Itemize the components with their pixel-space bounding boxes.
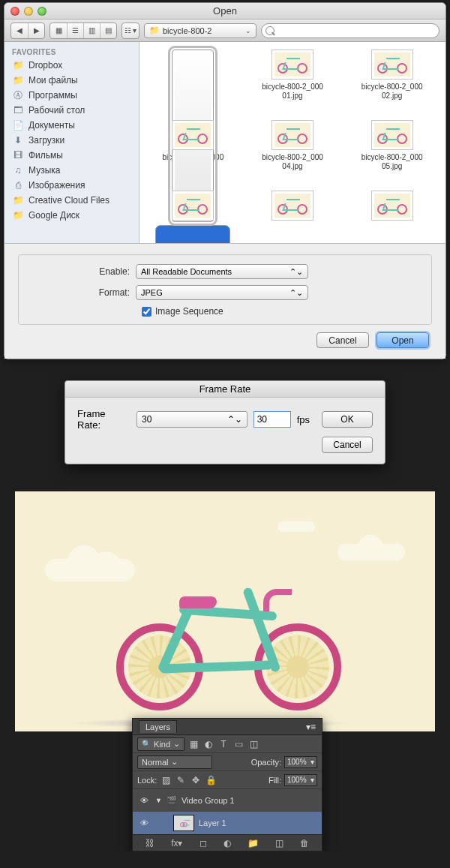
frame-rate-input[interactable] [254, 411, 291, 428]
arrange-button[interactable]: ☷ ▾ [122, 23, 139, 38]
layer-row[interactable]: 👁 Layer 1 [133, 812, 322, 834]
folder-icon: 📁 [149, 26, 160, 35]
filter-adjust-icon[interactable]: ◐ [202, 738, 214, 750]
icon-view-button[interactable]: ▦ [50, 23, 67, 38]
file-grid[interactable]: bicycle-800-2_00000.jpg bicycle-800-2_00… [140, 42, 446, 243]
column-view-button[interactable]: ▥ [83, 23, 100, 38]
adjustment-icon[interactable]: ◐ [224, 838, 231, 848]
sidebar-item-label: Рабочий стол [28, 105, 85, 116]
list-view-button[interactable]: ☰ [67, 23, 83, 38]
ok-button[interactable]: OK [322, 411, 373, 428]
minimize-icon[interactable] [24, 7, 33, 16]
file-name: bicycle-800-2_00001.jpg [262, 83, 323, 101]
path-folder-name: bicycle-800-2 [163, 26, 212, 35]
file-thumbnail [371, 120, 413, 150]
lock-all-icon[interactable]: 🔒 [205, 774, 217, 786]
chevron-updown-icon: ⌄ [245, 27, 251, 35]
search-field[interactable] [261, 23, 440, 38]
file-name: bicycle-800-2_00002.jpg [362, 83, 423, 101]
sidebar-item[interactable]: 📁Google Диск [4, 208, 139, 223]
sidebar-item[interactable]: 📁Dropbox [4, 58, 139, 73]
format-value: JPEG [141, 288, 163, 297]
trash-icon[interactable]: 🗑 [300, 838, 309, 848]
open-toolbar: ◀ ▶ ▦ ☰ ▥ ▤ ☷ ▾ 📁 bicycle-800-2 ⌄ [4, 20, 446, 42]
sidebar-item-label: Музыка [28, 165, 60, 176]
file-item[interactable] [244, 191, 342, 243]
sidebar-item-label: Мои файлы [28, 75, 78, 86]
forward-button[interactable]: ▶ [28, 23, 44, 38]
nav-back-forward[interactable]: ◀ ▶ [10, 23, 45, 39]
kind-filter[interactable]: 🔍 Kind ⌄ [137, 737, 184, 751]
file-item[interactable]: bicycle-800-2_00002.jpg [343, 50, 441, 119]
filter-type-icon[interactable]: T [218, 738, 230, 750]
visibility-icon[interactable]: 👁 [137, 796, 151, 805]
format-label: Format: [31, 287, 136, 298]
format-select[interactable]: JPEG ⌃⌄ [136, 285, 308, 300]
file-item[interactable] [144, 191, 242, 243]
link-layers-icon[interactable]: ⛓ [146, 838, 154, 848]
sidebar-header: FAVORITES [4, 45, 139, 58]
open-button[interactable]: Open [376, 332, 429, 348]
sidebar-item[interactable]: 🗔Рабочий стол [4, 103, 139, 118]
frame-rate-dialog: Frame Rate Frame Rate: 30 ⌃⌄ fps OK Canc… [64, 380, 386, 464]
sidebar-item-label: Фильмы [28, 150, 63, 161]
sidebar-item[interactable]: 📁Creative Cloud Files [4, 193, 139, 208]
sidebar-item-label: Документы [28, 120, 75, 131]
filter-pixel-icon[interactable]: ▦ [188, 738, 200, 750]
file-item[interactable]: bicycle-800-2_00005.jpg [343, 120, 441, 189]
frame-rate-select[interactable]: 30 ⌃⌄ [136, 411, 248, 428]
sidebar-item[interactable]: ⬇Загрузки [4, 133, 139, 148]
file-thumbnail [371, 191, 413, 221]
zoom-icon[interactable] [38, 7, 46, 16]
filter-shape-icon[interactable]: ▭ [232, 738, 244, 750]
sidebar-item[interactable]: ⎙Изображения [4, 178, 139, 193]
opacity-label: Opacity: [251, 758, 281, 767]
enable-select[interactable]: All Readable Documents ⌃⌄ [136, 264, 308, 279]
group-icon[interactable]: 📁 [248, 838, 259, 848]
sidebar-item[interactable]: 🎞Фильмы [4, 148, 139, 163]
coverflow-view-button[interactable]: ▤ [100, 23, 116, 38]
filter-smart-icon[interactable]: ◫ [248, 738, 260, 750]
file-thumbnail [172, 191, 214, 221]
fill-field[interactable]: 100%▾ [284, 774, 317, 786]
file-item[interactable] [343, 191, 441, 243]
opacity-field[interactable]: 100%▾ [284, 756, 317, 768]
sidebar-item-label: Изображения [28, 180, 85, 191]
sidebar-item[interactable]: ♫Музыка [4, 163, 139, 178]
lock-move-icon[interactable]: ✥ [190, 774, 202, 786]
open-dialog-titlebar[interactable]: Open [4, 3, 446, 20]
layers-footer: ⛓ fx▾ ◻ ◐ 📁 ◫ 🗑 [133, 834, 322, 851]
sidebar-item[interactable]: 📁Мои файлы [4, 73, 139, 88]
frame-rate-label: Frame Rate: [77, 408, 130, 431]
lock-transparent-icon[interactable]: ▨ [160, 774, 172, 786]
layer-group-row[interactable]: 👁 ▼ 🎬 Video Group 1 [133, 789, 322, 812]
cancel-button[interactable]: Cancel [322, 437, 373, 453]
file-item[interactable]: bicycle-800-2_00004.jpg [244, 120, 342, 189]
file-item[interactable]: bicycle-800-2_00000.jpg [144, 50, 242, 119]
layers-tab[interactable]: Layers [139, 720, 177, 733]
close-icon[interactable] [10, 7, 20, 16]
folder-icon: 📁 [12, 210, 24, 221]
visibility-icon[interactable]: 👁 [137, 818, 151, 827]
back-button[interactable]: ◀ [11, 23, 28, 38]
arrange-segment[interactable]: ☷ ▾ [122, 23, 140, 39]
dialog-title: Open [213, 5, 237, 17]
cancel-button[interactable]: Cancel [316, 332, 369, 348]
file-item[interactable]: bicycle-800-2_00001.jpg [244, 50, 342, 119]
search-input[interactable] [261, 23, 440, 38]
view-mode-segment[interactable]: ▦ ☰ ▥ ▤ [50, 23, 117, 39]
panel-menu-icon[interactable]: ▾≡ [306, 722, 316, 732]
fx-icon[interactable]: fx▾ [171, 838, 182, 848]
mask-icon[interactable]: ◻ [200, 838, 207, 848]
music-icon: ♫ [12, 165, 24, 176]
file-thumbnail [371, 50, 413, 80]
kind-label: Kind [154, 740, 170, 749]
sidebar-item[interactable]: 📄Документы [4, 118, 139, 133]
sidebar-item[interactable]: ⒶПрограммы [4, 88, 139, 103]
lock-paint-icon[interactable]: ✎ [175, 774, 187, 786]
new-layer-icon[interactable]: ◫ [275, 838, 284, 848]
blend-mode-select[interactable]: Normal ⌄ [137, 755, 212, 769]
path-dropdown[interactable]: 📁 bicycle-800-2 ⌄ [144, 23, 256, 38]
image-sequence-checkbox[interactable] [142, 307, 152, 317]
disclosure-triangle-icon[interactable]: ▼ [155, 797, 162, 804]
